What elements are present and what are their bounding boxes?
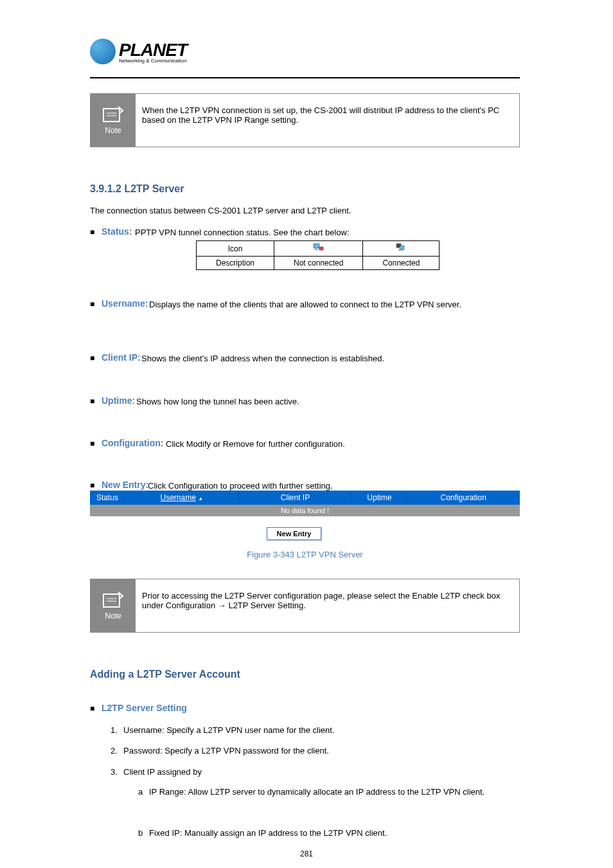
bullet-l2tp-setting: ■	[90, 704, 94, 713]
icon-connected-cell	[363, 241, 440, 257]
section-title-adding: Adding a L2TP Server Account	[90, 669, 240, 680]
new-entry-button[interactable]: New Entry	[267, 527, 321, 540]
icon-table-h1: Icon	[197, 241, 274, 257]
th-username[interactable]: Username ▲	[125, 491, 239, 504]
sub-text-2: Password: Specify a L2TP VPN password fo…	[123, 746, 329, 755]
page-number: 281	[0, 849, 613, 858]
bullet-newentry: ■	[90, 481, 94, 490]
svg-rect-8	[398, 249, 404, 251]
no-data-row: No data found !	[90, 505, 520, 516]
globe-icon	[90, 39, 116, 64]
note-icon-2	[100, 591, 126, 610]
note-icon-cell-2: Note	[91, 579, 136, 632]
svg-rect-5	[319, 247, 323, 250]
newentry-text: Click Configuration to proceed with furt…	[148, 481, 333, 491]
icon-table-d2: Not connected	[274, 257, 363, 270]
th-username-link[interactable]: Username	[161, 493, 196, 502]
svg-rect-3	[314, 244, 319, 248]
sub-bullet-3a: a	[138, 787, 143, 797]
sub-text-1: Username: Specify a L2TP VPN user name f…	[123, 725, 335, 735]
note-icon	[100, 105, 126, 125]
clientip-text: Shows the client's IP address when the c…	[141, 354, 520, 363]
username-label: Username:	[102, 298, 148, 309]
icon-table-d1: Description	[197, 257, 274, 270]
th-status: Status	[90, 491, 125, 504]
th-uptime: Uptime	[352, 491, 407, 504]
note-label: Note	[105, 126, 121, 135]
note-box-1: Note When the L2TP VPN connection is set…	[90, 93, 520, 147]
clientip-label: Client IP:	[102, 352, 141, 363]
note-text-1: When the L2TP VPN connection is set up, …	[136, 94, 519, 147]
bullet-status: ■	[90, 228, 94, 237]
sub-bullet-3: 3.	[111, 767, 118, 777]
svg-rect-0	[103, 109, 120, 122]
figure-label-1: Figure 3-343 L2TP VPN Server	[90, 550, 520, 559]
icon-table-d3: Connected	[363, 257, 440, 270]
icon-disconnected-cell	[274, 241, 363, 257]
sub-bullet-3b: b	[138, 828, 143, 838]
brand-logo: PLANET Networking & Communication	[90, 39, 187, 64]
uptime-label: Uptime:	[102, 395, 135, 406]
status-text: PPTP VPN tunnel connection status. See t…	[135, 228, 350, 237]
th-clientip: Client IP	[239, 491, 353, 504]
bullet-clientip: ■	[90, 354, 94, 363]
svg-rect-4	[315, 249, 318, 250]
th-config: Configuration	[407, 491, 520, 504]
sub-text-3b: Fixed IP: Manually assign an IP address …	[149, 828, 520, 838]
bullet-username: ■	[90, 300, 94, 309]
note-icon-cell: Note	[91, 94, 136, 147]
brand-tagline: Networking & Communication	[119, 58, 187, 64]
sub-text-3: Client IP assigned by	[123, 767, 202, 777]
bullet-config: ■	[90, 439, 94, 448]
sort-up-icon: ▲	[198, 496, 203, 502]
l2tp-server-table: Status Username ▲ Client IP Uptime Confi…	[90, 491, 520, 516]
config-label: Configuration:	[102, 438, 163, 448]
section-desc: The connection status between CS-2001 L2…	[90, 206, 520, 215]
note-label-2: Note	[105, 611, 121, 620]
section-title-l2tp-server: 3.9.1.2 L2TP Server	[90, 183, 184, 195]
status-label: Status:	[102, 226, 132, 237]
brand-name: PLANET	[119, 40, 187, 60]
svg-rect-7	[400, 246, 404, 249]
newentry-label: New Entry:	[102, 480, 148, 490]
sub-bullet-2: 2.	[111, 746, 118, 755]
disconnected-icon	[313, 243, 324, 252]
note-text-2: Prior to accessing the L2TP Server confi…	[136, 579, 519, 632]
config-text: Click Modify or Remove for further confi…	[166, 439, 345, 449]
sub-text-3a: IP Range: Allow L2TP server to dynamical…	[149, 787, 520, 797]
status-icon-table: Icon Description Not connected Connected	[196, 240, 440, 270]
note-box-2: Note Prior to accessing the L2TP Server …	[90, 579, 520, 633]
table-header-row: Status Username ▲ Client IP Uptime Confi…	[90, 491, 520, 505]
svg-rect-9	[103, 594, 120, 607]
bullet-uptime: ■	[90, 397, 94, 406]
l2tp-setting-label: L2TP Server Setting	[102, 703, 187, 713]
uptime-text: Shows how long the tunnel has been activ…	[136, 397, 299, 406]
sub-bullet-1: 1.	[111, 725, 118, 735]
connected-icon	[395, 243, 407, 252]
username-text: Displays the name of the clients that ar…	[149, 300, 520, 309]
header-divider	[90, 77, 520, 78]
